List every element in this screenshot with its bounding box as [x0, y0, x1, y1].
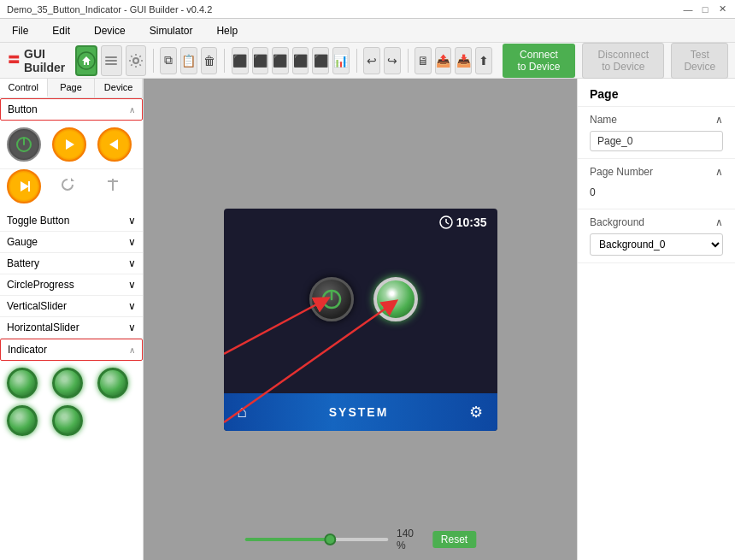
- panel-tabs: Control Page Device: [0, 79, 143, 98]
- settings-toolbar-button[interactable]: [126, 45, 146, 76]
- zoom-reset-button[interactable]: Reset: [432, 531, 476, 548]
- title-controls: — □ ✕: [682, 3, 728, 15]
- right-panel-title: Page: [578, 79, 735, 107]
- play-button-widget[interactable]: [52, 127, 86, 162]
- toggle-button-label: Toggle Button: [7, 215, 69, 227]
- tab-device[interactable]: Device: [95, 79, 143, 97]
- menu-edit[interactable]: Edit: [47, 23, 75, 38]
- zoom-thumb[interactable]: [325, 533, 337, 545]
- toolbar-separator-1: [153, 49, 154, 73]
- power-button-widget[interactable]: [7, 127, 41, 162]
- undo-button[interactable]: ↩: [363, 47, 380, 74]
- indicator-widget-1[interactable]: [7, 368, 38, 398]
- close-button[interactable]: ✕: [716, 3, 728, 15]
- chart-button[interactable]: 📊: [332, 47, 350, 74]
- prop-page-number-section: Page Number ∧ 0: [578, 159, 735, 209]
- prop-name-label: Name: [590, 114, 617, 126]
- align-middle-button[interactable]: ⬛: [312, 47, 329, 74]
- right-panel: Page Name ∧ Page Number ∧ 0 Background ∧: [577, 79, 735, 560]
- export-button[interactable]: 📤: [435, 47, 452, 74]
- svg-rect-3: [105, 63, 117, 65]
- menu-file[interactable]: File: [7, 23, 33, 38]
- indicator-widget-4[interactable]: [7, 405, 38, 436]
- screen-settings-icon: ⚙: [469, 403, 483, 421]
- connect-button[interactable]: Connect to Device: [503, 44, 576, 78]
- import-button[interactable]: 📥: [455, 47, 472, 74]
- toolbar-separator-3: [356, 49, 357, 73]
- gauge-chevron-icon: ∨: [128, 236, 136, 248]
- section-horizontal-slider[interactable]: HorizontalSlider ∨: [0, 317, 143, 339]
- align-center-button[interactable]: ⬛: [252, 47, 269, 74]
- svg-marker-11: [71, 178, 74, 181]
- prop-page-number-header[interactable]: Page Number ∧: [590, 166, 723, 178]
- section-indicator[interactable]: Indicator ∧: [0, 339, 143, 361]
- tab-page[interactable]: Page: [48, 79, 96, 97]
- align-left-button[interactable]: ⬛: [232, 47, 249, 74]
- zoom-fill: [244, 538, 331, 541]
- left-panel: Control Page Device Button ∧: [0, 79, 144, 560]
- prop-name-header[interactable]: Name ∧: [590, 114, 723, 126]
- menu-simulator[interactable]: Simulator: [144, 23, 198, 38]
- section-gauge[interactable]: Gauge ∨: [0, 232, 143, 253]
- svg-marker-7: [66, 139, 74, 150]
- battery-label: Battery: [7, 257, 39, 269]
- delete-toolbar-button[interactable]: 🗑: [201, 47, 218, 74]
- button-grid: [0, 121, 143, 169]
- indicator-widget-2[interactable]: [52, 368, 83, 398]
- brand-text: GUI Builder: [24, 47, 65, 74]
- redo-button[interactable]: ↪: [384, 47, 401, 74]
- indicator-widget-5[interactable]: [52, 405, 83, 436]
- prop-page-number-label: Page Number: [590, 166, 653, 178]
- prop-background-select[interactable]: Background_0 Background_1: [590, 233, 723, 256]
- vertical-slider-chevron-icon: ∨: [128, 300, 136, 312]
- align-right-button[interactable]: ⬛: [272, 47, 289, 74]
- section-circle-progress[interactable]: CircleProgress ∨: [0, 274, 143, 296]
- prop-name-input[interactable]: [590, 131, 723, 151]
- prop-background-label: Background: [590, 216, 644, 228]
- copy-toolbar-button[interactable]: ⧉: [160, 47, 177, 74]
- canvas-indicator-button[interactable]: [373, 277, 418, 321]
- tab-control[interactable]: Control: [0, 79, 48, 97]
- section-toggle-button[interactable]: Toggle Button ∨: [0, 210, 143, 232]
- svg-marker-9: [21, 181, 29, 192]
- indicator-widget-3[interactable]: [97, 368, 128, 398]
- screen-button[interactable]: 🖥: [415, 47, 432, 74]
- section-indicator-label: Indicator: [8, 344, 47, 356]
- svg-marker-8: [109, 139, 118, 150]
- maximize-button[interactable]: □: [699, 3, 711, 15]
- menu-bar: File Edit Device Simulator Help: [0, 19, 735, 43]
- minimize-button[interactable]: —: [682, 3, 694, 15]
- list-toolbar-button[interactable]: [101, 45, 121, 76]
- refresh-button-widget[interactable]: [52, 169, 83, 200]
- test-button[interactable]: Test Device: [671, 43, 728, 79]
- prop-page-number-chevron-icon: ∧: [715, 166, 723, 178]
- prop-background-header[interactable]: Background ∧: [590, 216, 723, 228]
- fwd-button-widget[interactable]: [7, 169, 41, 203]
- upload-button[interactable]: ⬆: [475, 47, 492, 74]
- section-button-label: Button: [8, 103, 38, 115]
- pin-button-widget[interactable]: [97, 169, 128, 200]
- zoom-track[interactable]: [244, 538, 388, 541]
- toolbar: 〓 GUI Builder ⧉ 📋 🗑 ⬛ ⬛ ⬛ ⬛ ⬛ 📊 ↩ ↪ 🖥 📤 …: [0, 43, 735, 79]
- menu-device[interactable]: Device: [89, 23, 131, 38]
- paste-toolbar-button[interactable]: 📋: [180, 47, 197, 74]
- align-top-button[interactable]: ⬛: [292, 47, 309, 74]
- section-battery[interactable]: Battery ∨: [0, 253, 143, 274]
- canvas-power-button[interactable]: [309, 277, 354, 321]
- main-area: Control Page Device Button ∧: [0, 79, 735, 560]
- section-vertical-slider[interactable]: VerticalSlider ∨: [0, 296, 143, 317]
- battery-chevron-icon: ∨: [128, 257, 136, 269]
- home-toolbar-button[interactable]: [75, 45, 97, 76]
- back-button-widget[interactable]: [97, 127, 132, 162]
- zoom-level-label: 140 %: [397, 528, 424, 551]
- toggle-button-chevron-icon: ∨: [128, 215, 136, 227]
- button-row2: [0, 169, 143, 210]
- menu-help[interactable]: Help: [211, 23, 243, 38]
- svg-line-21: [224, 301, 323, 354]
- circle-progress-chevron-icon: ∨: [128, 279, 136, 291]
- section-button[interactable]: Button ∧: [0, 98, 143, 121]
- prop-page-number-value: 0: [590, 183, 723, 202]
- disconnect-button[interactable]: Disconnect to Device: [582, 43, 664, 79]
- prop-name-section: Name ∧: [578, 107, 735, 159]
- screen-bottom-bar: ⌂ SYSTEM ⚙: [224, 393, 497, 431]
